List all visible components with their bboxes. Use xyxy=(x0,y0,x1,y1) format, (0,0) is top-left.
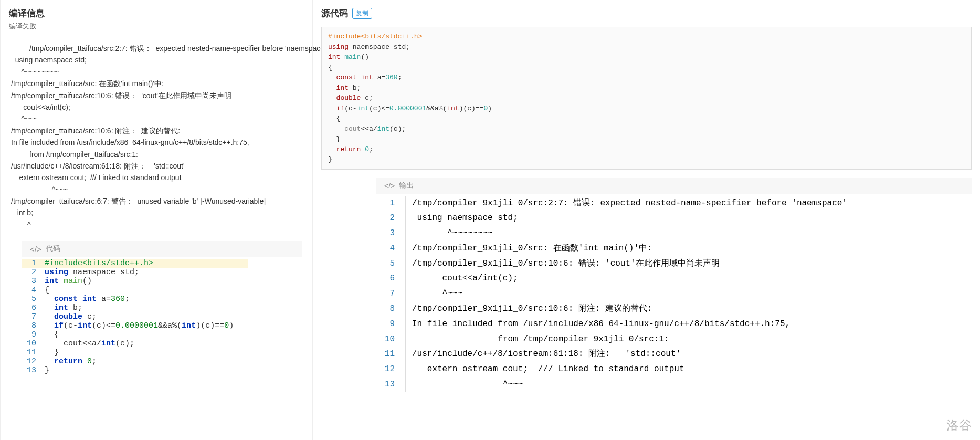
line-number: 2 xyxy=(376,211,405,226)
line-number: 3 xyxy=(22,277,45,286)
output-content: /tmp/compiler_9x1jli_0/src:10:6: 附注: 建议的… xyxy=(405,301,652,317)
output-content: ^~~~ xyxy=(405,286,462,301)
line-number: 13 xyxy=(22,366,45,375)
code-section-bar: </> 代码 xyxy=(22,241,302,257)
output-block[interactable]: 1/tmp/compiler_9x1jli_0/src:2:7: 错误: exp… xyxy=(376,194,980,394)
line-number: 11 xyxy=(22,348,45,357)
compile-messages: /tmp/compiler_ttaifuca/src:2:7: 错误： expe… xyxy=(1,36,312,241)
output-content: ^~~~ xyxy=(405,377,523,392)
line-number: 5 xyxy=(22,295,45,303)
code-content: if(c-int(c)<=0.0000001&&a%(int)(c)==0) xyxy=(45,321,234,330)
code-content: { xyxy=(45,330,59,339)
code-line: 12 return 0; xyxy=(22,357,312,366)
output-content: extern ostream cout; /// Linked to stand… xyxy=(405,362,684,377)
code-content: { xyxy=(45,286,49,295)
line-number: 8 xyxy=(376,301,405,317)
output-line: 4/tmp/compiler_9x1jli_0/src: 在函数'int mai… xyxy=(376,241,980,256)
line-number: 8 xyxy=(22,321,45,330)
source-line: } xyxy=(328,154,965,165)
source-header: 源代码 复制 xyxy=(313,0,980,25)
output-content: using naemspace std; xyxy=(405,211,518,226)
output-content: ^~~~~~~~~ xyxy=(405,226,493,241)
output-line: 13 ^~~~ xyxy=(376,377,980,392)
code-content: int b; xyxy=(45,303,82,312)
code-line: 13} xyxy=(22,366,312,375)
source-line: if(c-int(c)<=0.0000001&&a%(int)(c)==0) xyxy=(328,103,965,114)
output-content: from /tmp/compiler_9x1jli_0/src:1: xyxy=(405,332,669,347)
code-line: 3int main() xyxy=(22,277,312,286)
code-icon: </> xyxy=(30,245,41,254)
output-line: 10 from /tmp/compiler_9x1jli_0/src:1: xyxy=(376,332,980,347)
source-line: #include<bits/stdc++.h> xyxy=(328,32,965,42)
line-number: 11 xyxy=(376,347,405,362)
source-line: int b; xyxy=(328,83,965,93)
code-block[interactable]: 1#include<bits/stdc++.h>2using naemspace… xyxy=(22,257,312,385)
source-line: { xyxy=(328,62,965,73)
line-number: 4 xyxy=(376,241,405,256)
source-line: } xyxy=(328,134,965,144)
output-line: 3 ^~~~~~~~~ xyxy=(376,226,980,241)
source-code-box[interactable]: #include<bits/stdc++.h>using naemspace s… xyxy=(321,27,972,170)
code-line: 7 double c; xyxy=(22,312,312,321)
source-line: int main() xyxy=(328,52,965,62)
code-content: int main() xyxy=(45,277,92,286)
code-line: 2using naemspace std; xyxy=(22,268,312,277)
line-number: 13 xyxy=(376,377,405,392)
line-number: 10 xyxy=(22,339,45,348)
source-heading: 源代码 xyxy=(321,7,348,19)
output-content: /tmp/compiler_9x1jli_0/src:2:7: 错误: expe… xyxy=(405,196,847,211)
line-number: 2 xyxy=(22,268,45,277)
line-number: 9 xyxy=(376,317,405,332)
output-section-label: 输出 xyxy=(399,181,414,191)
output-line: 12 extern ostream cout; /// Linked to st… xyxy=(376,362,980,377)
line-number: 6 xyxy=(22,303,45,312)
code-content: double c; xyxy=(45,312,97,321)
code-line: 1#include<bits/stdc++.h> xyxy=(22,259,312,268)
output-line: 1/tmp/compiler_9x1jli_0/src:2:7: 错误: exp… xyxy=(376,196,980,211)
source-line: double c; xyxy=(328,93,965,103)
output-content: /tmp/compiler_9x1jli_0/src: 在函数'int main… xyxy=(405,241,652,256)
right-pane: 源代码 复制 #include<bits/stdc++.h>using naem… xyxy=(313,0,980,440)
line-number: 4 xyxy=(22,286,45,295)
output-line: 8/tmp/compiler_9x1jli_0/src:10:6: 附注: 建议… xyxy=(376,301,980,317)
code-content: using naemspace std; xyxy=(45,268,139,277)
output-line: 9In file included from /usr/include/x86_… xyxy=(376,317,980,332)
line-number: 1 xyxy=(376,196,405,211)
source-line: { xyxy=(328,113,965,124)
code-line: 5 const int a=360; xyxy=(22,295,312,303)
code-content: } xyxy=(45,366,49,375)
left-pane: 编译信息 编译失败 /tmp/compiler_ttaifuca/src:2:7… xyxy=(0,0,313,440)
source-line: return 0; xyxy=(328,144,965,155)
line-number: 10 xyxy=(376,332,405,347)
code-line: 10 cout<<a/int(c); xyxy=(22,339,312,348)
source-line: const int a=360; xyxy=(328,72,965,83)
output-line: 5/tmp/compiler_9x1jli_0/src:10:6: 错误: 'c… xyxy=(376,256,980,271)
line-number: 5 xyxy=(376,256,405,271)
source-line: using naemspace std; xyxy=(328,42,965,53)
line-number: 3 xyxy=(376,226,405,241)
compile-status: 编译失败 xyxy=(1,22,312,36)
code-icon: </> xyxy=(384,182,395,190)
code-content: return 0; xyxy=(45,357,97,366)
code-line: 8 if(c-int(c)<=0.0000001&&a%(int)(c)==0) xyxy=(22,321,312,330)
code-line: 4{ xyxy=(22,286,312,295)
output-content: In file included from /usr/include/x86_6… xyxy=(405,317,790,332)
line-number: 12 xyxy=(376,362,405,377)
code-content: cout<<a/int(c); xyxy=(45,339,134,348)
output-content: cout<<a/int(c); xyxy=(405,271,518,286)
line-number: 9 xyxy=(22,330,45,339)
output-line: 11/usr/include/c++/8/iostream:61:18: 附注:… xyxy=(376,347,980,362)
code-content: } xyxy=(45,348,59,357)
line-number: 7 xyxy=(22,312,45,321)
line-number: 7 xyxy=(376,286,405,301)
code-content: #include<bits/stdc++.h> xyxy=(45,259,248,268)
code-content: const int a=360; xyxy=(45,295,130,303)
line-number: 6 xyxy=(376,271,405,286)
copy-button[interactable]: 复制 xyxy=(352,8,372,19)
source-line: cout<<a/int(c); xyxy=(328,124,965,134)
line-number: 1 xyxy=(22,259,45,268)
code-line: 9 { xyxy=(22,330,312,339)
code-line: 6 int b; xyxy=(22,303,312,312)
code-section-label: 代码 xyxy=(46,244,60,254)
output-content: /tmp/compiler_9x1jli_0/src:10:6: 错误: 'co… xyxy=(405,256,720,271)
